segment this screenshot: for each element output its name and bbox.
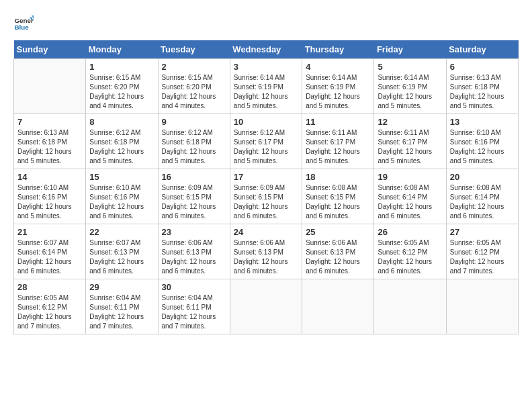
day-info: Sunrise: 6:05 AMSunset: 6:12 PMDaylight:… — [17, 293, 82, 331]
column-header-thursday: Thursday — [302, 40, 374, 59]
day-number: 1 — [89, 62, 154, 72]
calendar-cell — [14, 59, 86, 114]
day-info: Sunrise: 6:15 AMSunset: 6:20 PMDaylight:… — [162, 73, 226, 111]
day-info: Sunrise: 6:05 AMSunset: 6:12 PMDaylight:… — [450, 238, 515, 276]
day-number: 8 — [89, 117, 154, 127]
column-header-monday: Monday — [86, 40, 158, 59]
day-number: 16 — [162, 172, 226, 182]
calendar-cell: 2Sunrise: 6:15 AMSunset: 6:20 PMDaylight… — [158, 59, 230, 114]
day-number: 26 — [378, 227, 442, 237]
column-header-tuesday: Tuesday — [158, 40, 230, 59]
day-info: Sunrise: 6:14 AMSunset: 6:19 PMDaylight:… — [378, 73, 442, 111]
day-info: Sunrise: 6:04 AMSunset: 6:11 PMDaylight:… — [162, 293, 226, 331]
day-number: 22 — [89, 227, 154, 237]
calendar-cell — [446, 279, 518, 334]
calendar-cell: 15Sunrise: 6:10 AMSunset: 6:16 PMDayligh… — [86, 169, 158, 224]
day-number: 15 — [89, 172, 154, 182]
day-number: 30 — [162, 282, 226, 292]
day-info: Sunrise: 6:12 AMSunset: 6:18 PMDaylight:… — [89, 128, 154, 166]
day-info: Sunrise: 6:15 AMSunset: 6:20 PMDaylight:… — [89, 73, 154, 111]
day-number: 29 — [89, 282, 154, 292]
day-info: Sunrise: 6:08 AMSunset: 6:14 PMDaylight:… — [378, 183, 442, 221]
day-number: 21 — [17, 227, 82, 237]
calendar-cell: 19Sunrise: 6:08 AMSunset: 6:14 PMDayligh… — [374, 169, 446, 224]
day-info: Sunrise: 6:07 AMSunset: 6:13 PMDaylight:… — [89, 238, 154, 276]
day-info: Sunrise: 6:12 AMSunset: 6:17 PMDaylight:… — [234, 128, 298, 166]
day-info: Sunrise: 6:10 AMSunset: 6:16 PMDaylight:… — [450, 128, 515, 166]
day-info: Sunrise: 6:07 AMSunset: 6:14 PMDaylight:… — [17, 238, 82, 276]
day-info: Sunrise: 6:09 AMSunset: 6:15 PMDaylight:… — [234, 183, 298, 221]
calendar-cell: 18Sunrise: 6:08 AMSunset: 6:15 PMDayligh… — [302, 169, 374, 224]
calendar-cell: 9Sunrise: 6:12 AMSunset: 6:18 PMDaylight… — [158, 114, 230, 169]
calendar-week-row: 21Sunrise: 6:07 AMSunset: 6:14 PMDayligh… — [14, 224, 519, 279]
day-info: Sunrise: 6:04 AMSunset: 6:11 PMDaylight:… — [89, 293, 154, 331]
calendar-cell: 4Sunrise: 6:14 AMSunset: 6:19 PMDaylight… — [302, 59, 374, 114]
calendar-week-row: 7Sunrise: 6:13 AMSunset: 6:18 PMDaylight… — [14, 114, 519, 169]
calendar-cell — [302, 279, 374, 334]
day-number: 3 — [234, 62, 298, 72]
calendar-week-row: 14Sunrise: 6:10 AMSunset: 6:16 PMDayligh… — [14, 169, 519, 224]
day-number: 4 — [306, 62, 370, 72]
calendar-cell: 25Sunrise: 6:06 AMSunset: 6:13 PMDayligh… — [302, 224, 374, 279]
calendar-cell: 17Sunrise: 6:09 AMSunset: 6:15 PMDayligh… — [230, 169, 302, 224]
calendar-cell: 11Sunrise: 6:11 AMSunset: 6:17 PMDayligh… — [302, 114, 374, 169]
calendar-cell: 6Sunrise: 6:13 AMSunset: 6:18 PMDaylight… — [446, 59, 518, 114]
day-number: 18 — [306, 172, 370, 182]
calendar-cell: 1Sunrise: 6:15 AMSunset: 6:20 PMDaylight… — [86, 59, 158, 114]
day-info: Sunrise: 6:09 AMSunset: 6:15 PMDaylight:… — [162, 183, 226, 221]
calendar-cell: 21Sunrise: 6:07 AMSunset: 6:14 PMDayligh… — [14, 224, 86, 279]
day-info: Sunrise: 6:14 AMSunset: 6:19 PMDaylight:… — [306, 73, 370, 111]
svg-text:Blue: Blue — [15, 24, 30, 31]
day-number: 27 — [450, 227, 515, 237]
calendar-cell: 26Sunrise: 6:05 AMSunset: 6:12 PMDayligh… — [374, 224, 446, 279]
day-number: 9 — [162, 117, 226, 127]
calendar-cell: 3Sunrise: 6:14 AMSunset: 6:19 PMDaylight… — [230, 59, 302, 114]
calendar-cell: 27Sunrise: 6:05 AMSunset: 6:12 PMDayligh… — [446, 224, 518, 279]
day-info: Sunrise: 6:11 AMSunset: 6:17 PMDaylight:… — [378, 128, 442, 166]
calendar-table: SundayMondayTuesdayWednesdayThursdayFrid… — [13, 40, 519, 334]
day-number: 7 — [17, 117, 82, 127]
column-header-friday: Friday — [374, 40, 446, 59]
calendar-cell: 28Sunrise: 6:05 AMSunset: 6:12 PMDayligh… — [14, 279, 86, 334]
calendar-cell: 29Sunrise: 6:04 AMSunset: 6:11 PMDayligh… — [86, 279, 158, 334]
day-info: Sunrise: 6:10 AMSunset: 6:16 PMDaylight:… — [89, 183, 154, 221]
column-header-saturday: Saturday — [446, 40, 518, 59]
day-number: 24 — [234, 227, 298, 237]
page-header: General Blue — [13, 13, 519, 34]
logo-icon: General Blue — [13, 13, 34, 34]
calendar-cell: 24Sunrise: 6:06 AMSunset: 6:13 PMDayligh… — [230, 224, 302, 279]
calendar-cell — [374, 279, 446, 334]
day-info: Sunrise: 6:13 AMSunset: 6:18 PMDaylight:… — [450, 73, 515, 111]
calendar-week-row: 1Sunrise: 6:15 AMSunset: 6:20 PMDaylight… — [14, 59, 519, 114]
day-number: 20 — [450, 172, 515, 182]
calendar-cell — [230, 279, 302, 334]
day-number: 19 — [378, 172, 442, 182]
calendar-cell: 30Sunrise: 6:04 AMSunset: 6:11 PMDayligh… — [158, 279, 230, 334]
calendar-cell: 7Sunrise: 6:13 AMSunset: 6:18 PMDaylight… — [14, 114, 86, 169]
day-info: Sunrise: 6:14 AMSunset: 6:19 PMDaylight:… — [234, 73, 298, 111]
column-header-wednesday: Wednesday — [230, 40, 302, 59]
day-info: Sunrise: 6:08 AMSunset: 6:14 PMDaylight:… — [450, 183, 515, 221]
day-info: Sunrise: 6:05 AMSunset: 6:12 PMDaylight:… — [378, 238, 442, 276]
day-number: 11 — [306, 117, 370, 127]
day-info: Sunrise: 6:08 AMSunset: 6:15 PMDaylight:… — [306, 183, 370, 221]
day-number: 28 — [17, 282, 82, 292]
day-number: 23 — [162, 227, 226, 237]
day-info: Sunrise: 6:06 AMSunset: 6:13 PMDaylight:… — [162, 238, 226, 276]
day-info: Sunrise: 6:06 AMSunset: 6:13 PMDaylight:… — [306, 238, 370, 276]
calendar-cell: 22Sunrise: 6:07 AMSunset: 6:13 PMDayligh… — [86, 224, 158, 279]
calendar-cell: 20Sunrise: 6:08 AMSunset: 6:14 PMDayligh… — [446, 169, 518, 224]
day-number: 14 — [17, 172, 82, 182]
day-info: Sunrise: 6:13 AMSunset: 6:18 PMDaylight:… — [17, 128, 82, 166]
calendar-cell: 14Sunrise: 6:10 AMSunset: 6:16 PMDayligh… — [14, 169, 86, 224]
day-number: 17 — [234, 172, 298, 182]
calendar-week-row: 28Sunrise: 6:05 AMSunset: 6:12 PMDayligh… — [14, 279, 519, 334]
day-number: 13 — [450, 117, 515, 127]
day-number: 10 — [234, 117, 298, 127]
logo: General Blue — [13, 13, 34, 34]
calendar-cell: 12Sunrise: 6:11 AMSunset: 6:17 PMDayligh… — [374, 114, 446, 169]
calendar-cell: 8Sunrise: 6:12 AMSunset: 6:18 PMDaylight… — [86, 114, 158, 169]
calendar-cell: 13Sunrise: 6:10 AMSunset: 6:16 PMDayligh… — [446, 114, 518, 169]
day-number: 5 — [378, 62, 442, 72]
day-info: Sunrise: 6:06 AMSunset: 6:13 PMDaylight:… — [234, 238, 298, 276]
